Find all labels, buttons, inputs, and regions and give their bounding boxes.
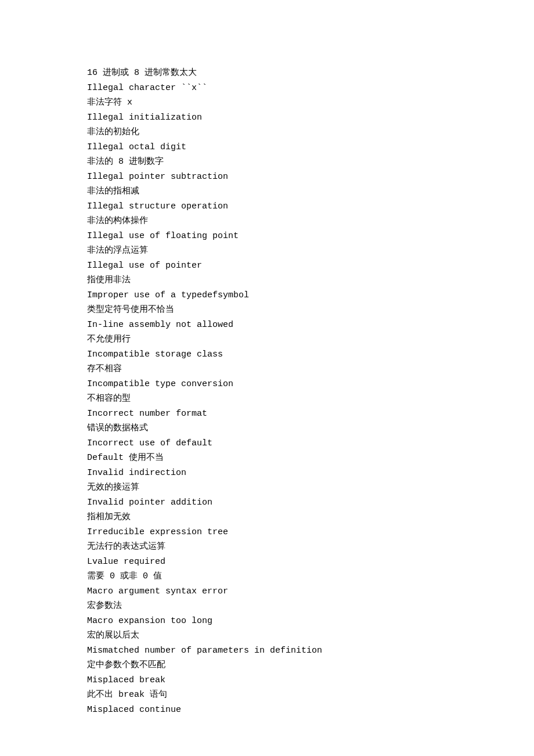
text-line: 类型定符号使用不恰当	[87, 303, 447, 318]
text-line: Illegal character ``x``	[87, 81, 447, 96]
text-line: Irreducible expression tree	[87, 525, 447, 540]
text-line: Illegal structure operation	[87, 199, 447, 214]
text-line: Incompatible type conversion	[87, 377, 447, 392]
text-line: 错误的数据格式	[87, 421, 447, 436]
text-line: 存不相容	[87, 362, 447, 377]
text-line: Mismatched number of parameters in defin…	[87, 643, 447, 658]
text-line: Invalid pointer addition	[87, 495, 447, 510]
text-line: Invalid indirection	[87, 466, 447, 481]
text-line: Incorrect number format	[87, 406, 447, 422]
text-line: Macro argument syntax error	[87, 584, 447, 599]
text-line: Misplaced continue	[87, 703, 447, 718]
text-line: 非法的指相减	[87, 184, 447, 199]
text-line: 宏参数法	[87, 599, 447, 614]
text-line: Misplaced break	[87, 673, 447, 688]
text-line: 无效的接运算	[87, 480, 447, 495]
text-line: Improper use of a typedefsymbol	[87, 288, 447, 303]
text-line: 指相加无效	[87, 510, 447, 525]
text-line: 16 进制或 8 进制常数太大	[87, 66, 447, 81]
text-line: 不允使用行	[87, 332, 447, 347]
text-line: Illegal use of floating point	[87, 229, 447, 244]
text-line: 不相容的型	[87, 391, 447, 406]
text-line: Incompatible storage class	[87, 347, 447, 362]
text-line: In-line assembly not allowed	[87, 318, 447, 333]
text-line: Illegal octal digit	[87, 140, 447, 155]
text-line: Illegal pointer subtraction	[87, 170, 447, 185]
text-line: 宏的展以后太	[87, 628, 447, 643]
text-line: 非法的 8 进制数字	[87, 154, 447, 170]
text-line: 指使用非法	[87, 273, 447, 288]
text-line: Incorrect use of default	[87, 436, 447, 451]
text-line: 非法的初始化	[87, 125, 447, 140]
text-line: 非法的构体操作	[87, 214, 447, 229]
text-line: Lvalue required	[87, 555, 447, 570]
text-line: 非法字符 x	[87, 95, 447, 110]
document-page: 16 进制或 8 进制常数太大 Illegal character ``x`` …	[0, 0, 534, 756]
text-line: 定中参数个数不匹配	[87, 658, 447, 673]
text-line: 无法行的表达式运算	[87, 539, 447, 555]
text-line: 非法的浮点运算	[87, 243, 447, 258]
text-line: 此不出 break 语句	[87, 687, 447, 703]
text-line: Illegal use of pointer	[87, 258, 447, 273]
text-line: 需要 0 或非 0 值	[87, 569, 447, 584]
text-line: Default 使用不当	[87, 451, 447, 466]
text-line: Illegal initialization	[87, 110, 447, 125]
text-line: Macro expansion too long	[87, 614, 447, 629]
